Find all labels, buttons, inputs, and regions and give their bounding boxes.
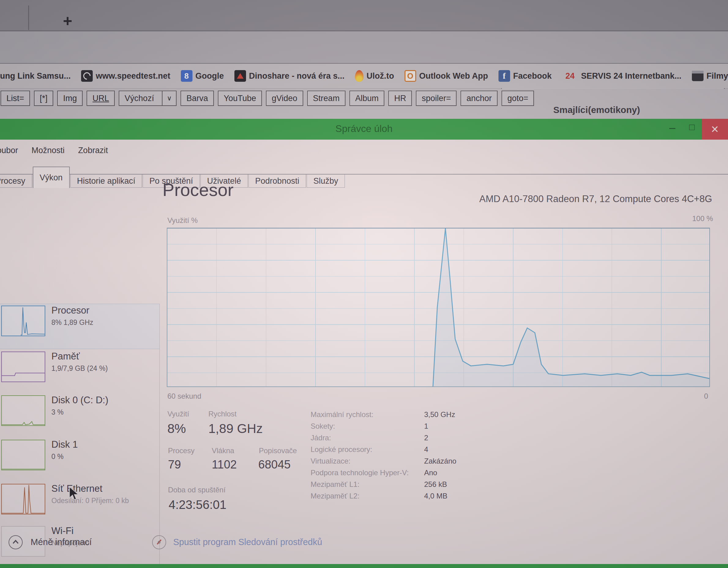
sidebar-divider: [159, 304, 160, 568]
footer-bar: Méně informací Spustit program Sledování…: [0, 534, 728, 559]
cpu-usage-chart: [167, 228, 710, 387]
minimize-button[interactable]: –: [665, 121, 680, 137]
stat-label: Využití: [167, 410, 189, 418]
google-icon: 8: [181, 70, 192, 82]
maximize-button[interactable]: □: [684, 122, 700, 138]
select-arrow-icon[interactable]: ∨: [162, 91, 176, 105]
bookmark-item[interactable]: O Outlook Web App: [405, 70, 488, 82]
img-button[interactable]: Img: [57, 91, 83, 106]
stat-value: 4: [424, 445, 428, 454]
menu-soubor[interactable]: Soubor: [0, 146, 18, 155]
disk1-sparkline: [1, 440, 45, 470]
anchor-button[interactable]: anchor: [461, 91, 498, 106]
stat-label: Podpora technologie Hyper-V:: [311, 469, 409, 477]
stat-value: Ano: [424, 469, 437, 477]
bookmark-item[interactable]: ung Link Samsu...: [0, 71, 71, 81]
new-tab-button[interactable]: +: [57, 12, 78, 29]
stat-value: 3,50 GHz: [424, 410, 455, 419]
bookmark-item[interactable]: 24 SERVIS 24 Internetbank...: [562, 70, 681, 82]
page-title: Procesor: [162, 179, 233, 200]
tab-historie-aplikaci[interactable]: Historie aplikací: [70, 174, 142, 188]
stat-value: 256 kB: [424, 480, 447, 489]
stat-label: Mezipaměť L1:: [311, 480, 360, 489]
stat-value: 79: [168, 458, 181, 471]
bookmark-item[interactable]: www.speedtest.net: [81, 70, 170, 82]
screen-photo: + ▾ ↻ Hledat ung Link Samsu... www.speed…: [0, 0, 728, 568]
sidebar-item-pamet[interactable]: Paměť 1,9/7,9 GB (24 %): [0, 350, 159, 394]
spoiler-button[interactable]: spoiler=: [416, 91, 457, 106]
bookmark-item[interactable]: 8 Google: [181, 70, 224, 82]
sidebar-item-disk0[interactable]: Disk 0 (C: D:) 3 %: [0, 394, 159, 438]
youtube-button[interactable]: YouTube: [218, 91, 262, 106]
window-border-bottom: [0, 564, 728, 568]
stat-label: Procesy: [168, 447, 195, 455]
sidebar-item-disk1[interactable]: Disk 1 0 %: [0, 439, 159, 482]
smilies-label: Smajlíci(emotikony): [553, 105, 640, 115]
tab-vykon[interactable]: Výkon: [33, 166, 70, 188]
flame-icon: [355, 70, 364, 82]
chevron-up-icon[interactable]: [9, 535, 23, 549]
stat-value: 4:23:56:01: [169, 498, 226, 512]
close-button[interactable]: ×: [702, 119, 728, 140]
bullet-button[interactable]: [*]: [34, 91, 54, 106]
disk0-sparkline: [1, 395, 45, 426]
stat-label: Sokety:: [311, 422, 335, 431]
chart-xmin-label: 0: [682, 392, 708, 401]
open-resource-monitor-link[interactable]: Spustit program Sledování prostředků: [173, 537, 322, 547]
bookmarks-bar: ung Link Samsu... www.speedtest.net 8 Go…: [0, 64, 728, 88]
menu-moznosti[interactable]: Možnosti: [32, 146, 65, 155]
cpu-sparkline: [1, 306, 45, 336]
stat-label: Jádra:: [311, 434, 331, 442]
cpu-stats-right: Maximální rychlost:3,50 GHz Sokety:1 Jád…: [311, 410, 482, 503]
stat-label: Popisovače: [259, 447, 297, 455]
stat-label: Mezipaměť L2:: [311, 492, 360, 500]
menu-zobrazit[interactable]: Zobrazit: [78, 146, 108, 155]
memory-sparkline: [1, 352, 45, 382]
font-select[interactable]: Výchozí ∨: [119, 91, 177, 106]
stat-value: 2: [424, 434, 428, 442]
dinoshare-icon: [234, 70, 246, 82]
resource-monitor-icon[interactable]: [152, 535, 166, 549]
stat-label: Doba od spuštění: [168, 486, 226, 494]
stat-value: 8%: [167, 421, 186, 436]
goto-button[interactable]: goto=: [502, 91, 534, 106]
browser-tab-strip: +: [0, 0, 728, 31]
stat-label: Maximální rychlost:: [311, 410, 373, 419]
url-button[interactable]: URL: [87, 91, 115, 106]
stat-value: 4,0 MB: [424, 492, 447, 500]
browser-nav-row: ▾ ↻ Hledat: [0, 31, 728, 64]
stat-value: 1102: [212, 458, 237, 471]
bookmark-item[interactable]: f Facebook: [498, 70, 552, 82]
chart-ylabel: Využití %: [167, 216, 198, 225]
stat-value: 68045: [258, 458, 291, 471]
title-bar[interactable]: Správce úloh – □ ×: [0, 119, 728, 140]
chart-xmax-label: 60 sekund: [167, 392, 201, 401]
list-button[interactable]: List=: [1, 91, 30, 106]
stat-label: Logické procesory:: [311, 445, 372, 454]
bookmark-item[interactable]: Ulož.to: [355, 70, 394, 82]
bookmark-item[interactable]: Dinoshare - nová éra s...: [234, 70, 345, 82]
sidebar-item-ethernet[interactable]: Síť Ethernet Odesílání: 0 Příjem: 0 kb: [0, 483, 159, 526]
album-button[interactable]: Album: [349, 91, 385, 106]
cpu-chart-area: [433, 228, 709, 387]
tab-podrobnosti[interactable]: Podrobnosti: [248, 174, 306, 188]
stream-button[interactable]: Stream: [307, 91, 345, 106]
tab-sluzby[interactable]: Služby: [307, 174, 345, 188]
tab-procesy[interactable]: Procesy: [0, 174, 32, 188]
stat-label: Rychlost: [208, 410, 237, 418]
window-title: Správce úloh: [0, 123, 728, 134]
color-button[interactable]: Barva: [181, 91, 214, 106]
task-manager-window: Správce úloh – □ × Soubor Možnosti Zobra…: [0, 119, 728, 568]
tab-divider: [28, 6, 29, 30]
stat-label: Virtualizace:: [311, 457, 350, 465]
sidebar-item-procesor[interactable]: Procesor 8% 1,89 GHz: [0, 305, 159, 348]
cpu-chart-line: [433, 228, 709, 387]
hr-button[interactable]: HR: [388, 91, 412, 106]
less-info-button[interactable]: Méně informací: [31, 537, 92, 547]
gvideo-button[interactable]: gVideo: [266, 91, 303, 106]
bookmark-item[interactable]: Filmy, seriály, her: [692, 71, 728, 81]
servis24-icon: 24: [562, 70, 578, 82]
menu-bar: Soubor Možnosti Zobrazit: [0, 146, 108, 155]
facebook-icon: f: [498, 70, 510, 82]
movies-icon: [692, 71, 704, 81]
